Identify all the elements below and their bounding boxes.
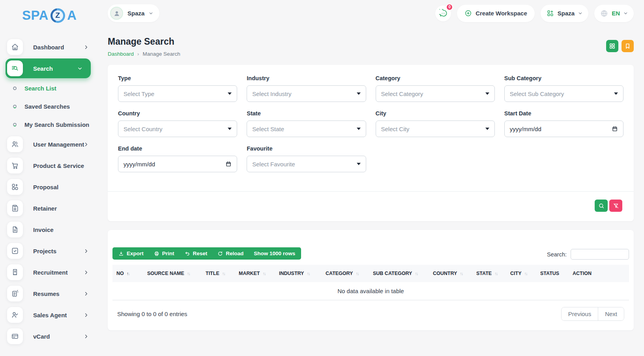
sidebar-subitem-label: Search List [24, 85, 56, 92]
field-label: Industry [247, 75, 366, 81]
favourite-select[interactable]: Select Favourite [247, 156, 366, 172]
search-list-icon [7, 60, 23, 76]
sidebar-item-label: Search [33, 65, 53, 72]
create-workspace-button[interactable]: Create Workspace [457, 5, 535, 22]
empty-message: No data available in table [112, 282, 629, 300]
category-select[interactable]: Select Category [376, 85, 495, 102]
sidebar-item-user-management[interactable]: User Management [7, 134, 99, 155]
bookmark-button[interactable] [622, 40, 634, 52]
end-date-input[interactable]: yyyy/mm/dd [118, 156, 237, 172]
apply-search-button[interactable] [595, 200, 608, 212]
start-date-input[interactable]: yyyy/mm/dd [504, 121, 623, 137]
sidebar-item-label: Sales Agent [33, 312, 67, 318]
logo-text-right: A [67, 8, 77, 23]
column-header-title[interactable]: TITLE↑↓ [202, 265, 235, 282]
workspace-menu[interactable]: Spaza [541, 5, 588, 22]
column-header-industry[interactable]: INDUSTRY↑↓ [275, 265, 322, 282]
chevron-right-icon [84, 249, 88, 253]
type-select[interactable]: Select Type [118, 85, 237, 102]
sidebar-item-recruitment[interactable]: Recruitment [7, 262, 99, 283]
sort-icon: ↑↓ [187, 271, 190, 276]
column-header-market[interactable]: MARKET↑↓ [235, 265, 275, 282]
grid-icon [609, 43, 616, 49]
sidebar-item-resumes[interactable]: Resumes [7, 283, 99, 304]
filter-field-industry: Industry Select Industry [247, 75, 366, 102]
chevron-right-icon [84, 270, 88, 275]
city-select[interactable]: Select City [376, 121, 495, 137]
sidebar-item-label: Projects [33, 248, 56, 254]
show-rows-button[interactable]: Show 1000 rows [249, 248, 300, 259]
bullet-icon [13, 87, 17, 90]
bullet-icon [13, 105, 17, 108]
entries-summary: Showing 0 to 0 of 0 entries [117, 311, 187, 317]
column-header-state[interactable]: STATE↑↓ [472, 265, 506, 282]
column-header-no[interactable]: NO↑↓ [112, 265, 143, 282]
brand-logo[interactable]: SPAZA [0, 0, 99, 23]
country-select[interactable]: Select Country [118, 121, 237, 137]
page-header-actions [606, 40, 634, 57]
filter-panel: Type Select Type Industry Select Industr… [108, 65, 634, 221]
state-select[interactable]: Select State [247, 121, 366, 137]
calendar-icon[interactable] [612, 126, 618, 132]
chevron-right-icon [84, 313, 88, 317]
bullet-icon [13, 123, 17, 126]
column-header-country[interactable]: COUNTRY↑↓ [429, 265, 472, 282]
receipt-icon [7, 264, 23, 280]
sidebar-item-search-list[interactable]: Search List [7, 79, 99, 97]
doc-edit-icon [7, 286, 23, 301]
logo-z-icon: Z [51, 8, 65, 23]
download-icon [118, 251, 124, 256]
sidebar-item-label: Proposal [33, 184, 58, 190]
grid-view-button[interactable] [606, 40, 618, 52]
column-header-city[interactable]: CITY↑↓ [506, 265, 536, 282]
results-panel: Export Print Reset Reload [108, 230, 634, 330]
language-selector[interactable]: EN [594, 5, 634, 22]
topbar-actions: 0 Create Workspace Spaza EN [435, 5, 634, 22]
column-header-sub-category[interactable]: SUB CATEGORY↑↓ [369, 265, 429, 282]
sidebar-item-saved-searches[interactable]: Saved Searches [7, 97, 99, 115]
sidebar-item-label: User Management [33, 141, 84, 148]
breadcrumb-home-link[interactable]: Dashboard [108, 51, 134, 57]
sidebar-item-search[interactable]: Search [6, 58, 91, 78]
reset-button[interactable]: Reset [180, 248, 213, 259]
caret-down-icon [357, 163, 361, 165]
sidebar-item-my-search-submission[interactable]: My Search Submission [7, 115, 99, 134]
printer-icon [154, 251, 159, 256]
column-header-source-name[interactable]: SOURCE NAME↑↓ [143, 265, 202, 282]
filter-field-type: Type Select Type [118, 75, 237, 102]
breadcrumb-current: Manage Search [142, 51, 180, 57]
breadcrumb: Dashboard › Manage Search [108, 51, 180, 57]
table-button-group: Export Print Reset Reload [112, 247, 301, 260]
field-label: Start Date [504, 110, 623, 117]
table-footer: Showing 0 to 0 of 0 entries Previous Nex… [112, 300, 629, 330]
logo-text-left: SPA [22, 8, 49, 23]
next-page-button[interactable]: Next [598, 307, 624, 320]
print-button[interactable]: Print [149, 248, 180, 259]
column-header-category[interactable]: CATEGORY↑↓ [322, 265, 369, 282]
sidebar-item-projects[interactable]: Projects [7, 240, 99, 262]
sidebar-item-proposal[interactable]: Proposal [7, 176, 99, 198]
sidebar-item-product-service[interactable]: Product & Service [7, 155, 99, 176]
previous-page-button[interactable]: Previous [562, 307, 598, 320]
field-label: Type [118, 75, 237, 81]
sidebar-item-retainer[interactable]: Retainer [7, 198, 99, 219]
sidebar-item-sales-agent[interactable]: Sales Agent [7, 304, 99, 326]
export-button[interactable]: Export [113, 248, 149, 259]
clear-filters-button[interactable] [609, 200, 622, 212]
workspace-switcher[interactable]: Spaza [108, 4, 159, 22]
sidebar-item-label: Dashboard [33, 44, 64, 51]
sidebar-item-dashboard[interactable]: Dashboard [7, 36, 99, 58]
plus-circle-icon [464, 9, 472, 17]
table-search-input[interactable] [571, 249, 629, 260]
industry-select[interactable]: Select Industry [247, 85, 366, 102]
reload-button[interactable]: Reload [212, 248, 249, 259]
calendar-icon[interactable] [225, 161, 232, 167]
field-label: State [247, 110, 366, 117]
clear-filter-icon [613, 203, 619, 209]
chat-button[interactable]: 0 [435, 6, 451, 21]
sidebar-item-invoice[interactable]: Invoice [7, 219, 99, 240]
sidebar-item-vcard[interactable]: vCard [7, 326, 99, 347]
cart-icon [7, 158, 23, 173]
caret-down-icon [228, 92, 232, 95]
sub-category-select[interactable]: Select Sub Category [504, 85, 623, 102]
